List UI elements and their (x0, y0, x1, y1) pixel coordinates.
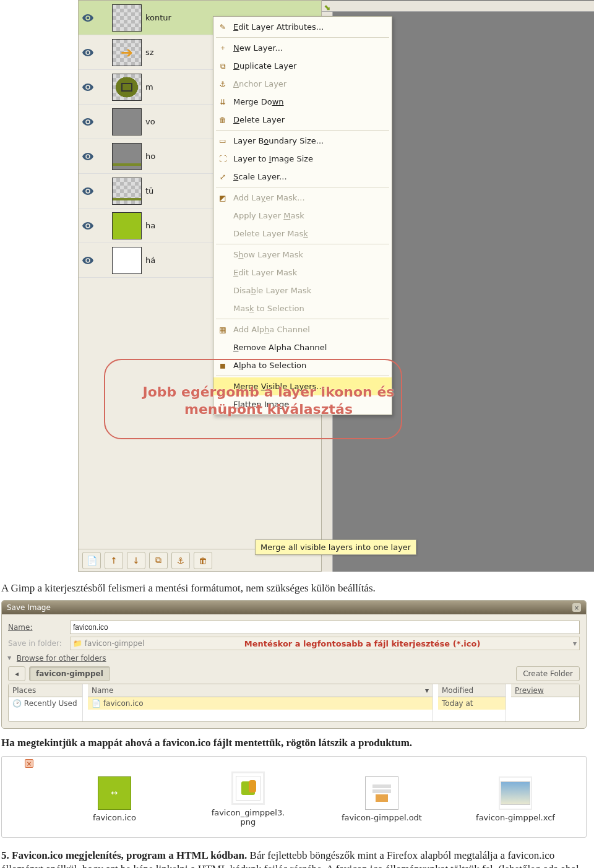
eye-icon[interactable] (79, 14, 97, 22)
layer-name-label[interactable]: tü (145, 186, 153, 196)
edit-icon: ✎ (217, 22, 228, 33)
menu-item-label: Layer Boundary Size... (233, 136, 324, 145)
fm-item-xcf[interactable]: favicon-gimppel.xcf (463, 776, 568, 823)
layer-name-label[interactable]: m (145, 82, 153, 92)
places-recently-used[interactable]: 🕑 Recently Used (9, 697, 82, 710)
fm-label: favicon-gimppel.odt (342, 814, 422, 823)
ico-icon: ↔ (98, 776, 131, 810)
eye-icon[interactable] (79, 153, 97, 160)
tb-layer-down[interactable]: ↓ (127, 552, 145, 569)
eye-icon[interactable] (79, 222, 97, 230)
menu-item-label: Remove Alpha Channel (233, 343, 327, 352)
blank-icon (217, 210, 228, 221)
eye-icon[interactable] (79, 84, 97, 91)
places-header[interactable]: Places (9, 684, 82, 697)
scale-icon: ⤢ (217, 171, 228, 183)
browse-folders-expander[interactable]: ▸ Browse for other folders (8, 654, 580, 663)
menu-add-layer-mask: ◩Add Layer Mask... (213, 189, 392, 207)
eye-icon[interactable] (79, 187, 97, 195)
menu-remove-alpha-channel[interactable]: Remove Alpha Channel (213, 338, 392, 356)
path-back-button[interactable]: ◂ (8, 666, 25, 681)
fm-label: favicon-gimppel.xcf (476, 814, 555, 823)
save-name-input[interactable] (70, 621, 580, 634)
menu-show-layer-mask: Show Layer Mask (213, 246, 392, 264)
canvas-arrow-icon: ⬊ (324, 2, 331, 10)
layer-name-label[interactable]: ha (145, 221, 155, 230)
layer-name-label[interactable]: há (145, 256, 155, 265)
fm-close-icon[interactable]: × (25, 759, 33, 768)
save-red-note: Mentéskor a legfontosabb a fájl kiterjes… (244, 639, 481, 648)
menu-merge-down[interactable]: ⇊Merge Down (213, 93, 392, 111)
create-folder-button[interactable]: Create Folder (516, 666, 580, 681)
menu-new-layer[interactable]: ＋New Layer... (213, 39, 392, 57)
menu-duplicate-layer[interactable]: ⧉Duplicate Layer (213, 57, 392, 75)
eye-icon[interactable] (79, 49, 97, 56)
menu-item-label: Edit Layer Mask (233, 268, 297, 277)
tb-anchor[interactable]: ⚓ (171, 552, 190, 569)
menu-anchor-layer: ⚓Anchor Layer (213, 75, 392, 93)
tb-delete[interactable]: 🗑 (194, 552, 212, 569)
close-icon[interactable]: × (572, 603, 581, 612)
menu-separator (216, 37, 389, 38)
save-image-dialog: Save Image × Name: Save in folder: 📁 fav… (1, 600, 587, 729)
section-5-heading: 5. Favicon.ico megjelenítés, program a H… (1, 849, 247, 861)
menu-edit-layer-mask: Edit Layer Mask (213, 264, 392, 281)
layer-context-menu: ✎Edit Layer Attributes...＋New Layer...⧉D… (213, 16, 392, 415)
fm-item-favicon-ico[interactable]: ↔ favicon.ico (62, 776, 167, 823)
fm-item-odt[interactable]: favicon-gimppel.odt (329, 776, 434, 823)
alpha-add-icon: ▦ (217, 324, 228, 335)
save-dlg-titlebar: Save Image × (2, 601, 586, 614)
bounds-icon: ▭ (217, 135, 228, 147)
menu-item-label: Show Layer Mask (233, 250, 303, 259)
menu-item-label: Layer to Image Size (233, 154, 313, 163)
path-current-button[interactable]: favicon-gimppel (29, 666, 110, 681)
layer-thumb (112, 74, 142, 101)
menu-layer-to-image-size[interactable]: ⛶Layer to Image Size (213, 150, 392, 168)
name-column-header[interactable]: Name▾ (88, 684, 433, 697)
save-folder-combo[interactable]: 📁 favicon-gimppel Mentéskor a legfontosa… (70, 637, 580, 650)
folder-combo-value: favicon-gimppel (85, 639, 144, 648)
layer-thumb (112, 108, 142, 135)
menu-item-label: Delete Layer (233, 115, 285, 124)
menu-apply-layer-mask: Apply Layer Mask (213, 207, 392, 225)
file-manager-view: × ↔ favicon.ico favicon_gimppel3. png fa… (1, 756, 587, 838)
menu-delete-layer[interactable]: 🗑Delete Layer (213, 111, 392, 129)
menu-layer-boundary-size[interactable]: ▭Layer Boundary Size... (213, 132, 392, 150)
png-thumb-icon (231, 771, 265, 805)
expander-triangle-icon: ▸ (6, 656, 14, 660)
file-row-favicon[interactable]: 📄 favicon.ico (88, 697, 433, 710)
layer-name-label[interactable]: sz (145, 48, 154, 57)
menu-separator (216, 130, 389, 131)
path-bar: ◂ favicon-gimppel Create Folder (8, 666, 580, 681)
menu-tooltip: Merge all visible layers into one layer (255, 539, 416, 555)
ruler-horizontal (322, 1, 594, 12)
xcf-thumb-icon (499, 776, 532, 810)
layer-name-label[interactable]: kontur (145, 13, 171, 22)
menu-item-label: Duplicate Layer (233, 61, 296, 71)
blank-icon (217, 285, 228, 296)
menu-scale-layer[interactable]: ⤢Scale Layer... (213, 168, 392, 186)
save-folder-label: Save in folder: (8, 639, 64, 648)
tb-duplicate[interactable]: ⧉ (149, 552, 168, 569)
menu-add-alpha-channel: ▦Add Alpha Channel (213, 320, 392, 338)
modified-column-header[interactable]: Modified (438, 684, 506, 697)
tb-layer-up[interactable]: ↑ (105, 552, 123, 569)
menu-item-label: Mask to Selection (233, 304, 304, 313)
menu-item-label: Delete Layer Mask (233, 229, 308, 238)
eye-icon[interactable] (79, 118, 97, 126)
menu-disable-layer-mask: Disable Layer Mask (213, 281, 392, 299)
eye-icon[interactable] (79, 257, 97, 264)
menu-item-label: Anchor Layer (233, 79, 286, 88)
layer-name-label[interactable]: vo (145, 117, 155, 126)
menu-edit-layer-attributes[interactable]: ✎Edit Layer Attributes... (213, 18, 392, 36)
layer-name-label[interactable]: ho (145, 152, 155, 161)
blank-icon (217, 249, 228, 260)
menu-separator (216, 187, 389, 187)
dup-icon: ⧉ (217, 61, 228, 72)
merge-icon: ⇊ (217, 97, 228, 108)
layer-thumb (112, 247, 142, 274)
fm-item-png[interactable]: favicon_gimppel3. png (196, 771, 301, 827)
menu-item-label: Apply Layer Mask (233, 211, 304, 220)
tb-new-layer[interactable]: 📄 (82, 552, 101, 569)
menu-separator (216, 244, 389, 244)
